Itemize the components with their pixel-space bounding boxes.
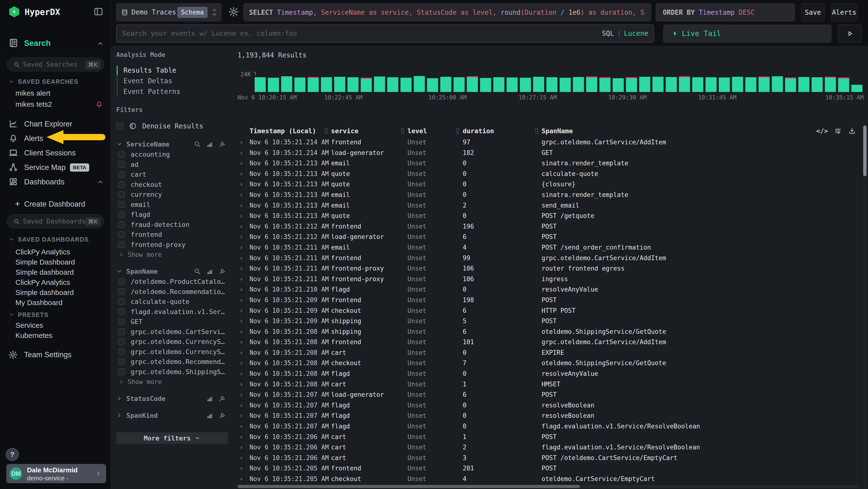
saved-searches-input[interactable]: Saved Searches ⌘K (7, 57, 104, 71)
checkbox[interactable] (118, 318, 125, 325)
table-row[interactable]: ›Nov 6 10:35:21.209 AMshippingUnset5POST (238, 316, 868, 326)
checkbox[interactable] (118, 241, 125, 248)
filter-option-grpc-oteldemo-recommend-[interactable]: grpc.oteldemo.Recommend… (116, 357, 228, 367)
table-row[interactable]: ›Nov 6 10:35:21.211 AMfrontend-proxyUnse… (238, 274, 868, 285)
table-row[interactable]: ›Nov 6 10:35:21.211 AMemailUnset4POST /s… (238, 242, 868, 253)
saved-search-item[interactable]: mikes tets2 (16, 99, 105, 109)
column-header-timestamp[interactable]: Timestamp (Local) (250, 125, 331, 137)
histogram-bar[interactable] (613, 78, 624, 92)
histogram-bar[interactable] (294, 78, 306, 92)
checkbox[interactable] (118, 151, 125, 158)
show-more-button[interactable]: Show more (116, 377, 228, 387)
checkbox[interactable] (118, 338, 125, 345)
saved-dashboard-item[interactable]: ClickPy Analytics (16, 278, 70, 287)
filter-option--oteldemo-productcatalo-[interactable]: /oteldemo.ProductCatalo… (116, 277, 228, 287)
table-row[interactable]: ›Nov 6 10:35:21.208 AMfrontendUnset101gr… (238, 337, 868, 348)
histogram-bar[interactable] (626, 77, 637, 92)
histogram-bar[interactable] (268, 78, 279, 92)
table-row[interactable]: ›Nov 6 10:35:21.214 AMload-generatorUnse… (238, 148, 868, 158)
filter-option-grpc-oteldemo-currencys-[interactable]: grpc.oteldemo.CurrencyS… (116, 347, 228, 357)
checkbox[interactable] (118, 161, 125, 168)
checkbox[interactable] (118, 368, 125, 375)
schema-badge[interactable]: Schema (177, 7, 208, 18)
histogram-bar[interactable] (440, 77, 452, 92)
vertical-scrollbar-thumb[interactable] (863, 125, 867, 176)
histogram-bar[interactable] (361, 78, 372, 92)
table-row[interactable]: ›Nov 6 10:35:21.211 AMfrontend-proxyUnse… (238, 263, 868, 274)
horizontal-scrollbar-thumb[interactable] (238, 485, 580, 488)
column-header-service[interactable]: service (331, 125, 407, 137)
drag-handle-icon[interactable] (535, 128, 536, 130)
filter-option-grpc-oteldemo-cartservi-[interactable]: grpc.oteldemo.CartServi… (116, 327, 228, 337)
filter-option-accounting[interactable]: accounting (116, 149, 228, 160)
histogram-bar[interactable] (732, 77, 743, 92)
saved-dashboard-item[interactable]: Simple Dashboard (16, 257, 75, 267)
search-icon[interactable] (194, 268, 201, 275)
saved-search-item[interactable]: mikes alert (16, 88, 51, 98)
table-row[interactable]: ›Nov 6 10:35:21.213 AMemailUnset0sinatra… (238, 190, 868, 200)
create-dashboard-button[interactable]: + Create Dashboard (0, 198, 111, 210)
pin-icon[interactable] (219, 395, 226, 402)
table-row[interactable]: ›Nov 6 10:35:21.206 AMcartUnset3POST /ot… (238, 453, 868, 463)
saved-searches-group[interactable]: SAVED SEARCHES (9, 78, 79, 85)
bar-chart-icon[interactable] (206, 395, 213, 402)
table-row[interactable]: ›Nov 6 10:35:21.207 AMflagdUnset0flagd.e… (238, 421, 868, 432)
saved-dashboard-item[interactable]: Simple dashboard (16, 267, 74, 277)
table-row[interactable]: ›Nov 6 10:35:21.206 AMcartUnset1POST (238, 432, 868, 442)
table-row[interactable]: ›Nov 6 10:35:21.209 AMcheckoutUnset6HTTP… (238, 306, 868, 316)
table-row[interactable]: ›Nov 6 10:35:21.212 AMload-generatorUnse… (238, 232, 868, 242)
histogram-bar[interactable] (427, 78, 438, 92)
column-header-duration[interactable]: duration (463, 125, 541, 137)
table-row[interactable]: ›Nov 6 10:35:21.214 AMfrontendUnset97grp… (238, 137, 868, 148)
checkbox[interactable] (118, 231, 125, 238)
histogram-bar[interactable] (573, 77, 584, 92)
checkbox[interactable] (116, 122, 123, 130)
user-menu[interactable]: DM Dale McDiarmid demo-service - (6, 464, 106, 483)
histogram-bar[interactable] (838, 78, 849, 92)
saved-dashboard-item[interactable]: My Dashboard (16, 298, 62, 308)
filter-group-spanname[interactable]: SpanName (116, 266, 228, 277)
filter-group-statuscode[interactable]: StatusCode (116, 393, 228, 404)
column-header-spanname[interactable]: SpanName (541, 125, 868, 137)
alerts-button[interactable]: Alerts (831, 3, 858, 21)
histogram-bar[interactable] (387, 77, 398, 92)
sidebar-item-client-sessions[interactable]: Client Sessions (0, 147, 111, 159)
histogram-bar[interactable] (506, 78, 518, 92)
sidebar-item-dashboards[interactable]: Dashboards (0, 176, 111, 188)
filter-option-frontend[interactable]: frontend (116, 230, 228, 240)
vertical-scrollbar-track[interactable] (863, 124, 867, 489)
checkbox[interactable] (118, 358, 125, 365)
pin-icon[interactable] (219, 412, 226, 419)
table-row[interactable]: ›Nov 6 10:35:21.206 AMcartUnset2flagd.ev… (238, 442, 868, 453)
histogram-bar[interactable] (812, 77, 823, 92)
table-row[interactable]: ›Nov 6 10:35:21.208 AMflagdUnset0resolve… (238, 369, 868, 379)
histogram-bar[interactable] (586, 77, 597, 92)
nav-search[interactable]: Search (0, 36, 111, 52)
filter-option-email[interactable]: email (116, 200, 228, 210)
lang-toggle-lucene[interactable]: Lucene (624, 29, 648, 37)
drag-handle-icon[interactable] (457, 128, 457, 130)
histogram-bar[interactable] (825, 77, 836, 92)
histogram-bar[interactable] (785, 78, 796, 92)
presets-group[interactable]: PRESETS (9, 311, 49, 319)
saved-dashboard-item[interactable]: Simple dashboard (16, 288, 74, 297)
filter-option-ad[interactable]: ad (116, 160, 228, 170)
histogram-bar[interactable] (652, 77, 663, 92)
bar-chart-icon[interactable] (206, 268, 213, 275)
histogram-bar[interactable] (666, 77, 677, 92)
histogram-bar[interactable] (692, 77, 703, 92)
histogram-bar[interactable] (772, 76, 783, 92)
pin-icon[interactable] (219, 268, 226, 275)
bar-chart-icon[interactable] (206, 141, 213, 148)
histogram-bar[interactable] (745, 77, 756, 92)
table-row[interactable]: ›Nov 6 10:35:21.208 AMshippingUnset6otel… (238, 326, 868, 337)
histogram-bar[interactable] (308, 77, 319, 92)
filter-group-spankind[interactable]: SpanKind (116, 410, 228, 421)
table-row[interactable]: ›Nov 6 10:35:21.213 AMemailUnset2send_em… (238, 200, 868, 211)
order-by-input[interactable]: ORDER BY Timestamp DESC (656, 3, 795, 21)
save-button[interactable]: Save (801, 3, 825, 21)
histogram-bar[interactable] (493, 77, 504, 92)
sidebar-item-service-map[interactable]: Service Map BETA (0, 162, 111, 173)
table-row[interactable]: ›Nov 6 10:35:21.207 AMflagdUnset0resolve… (238, 400, 868, 411)
preset-item[interactable]: Kubernetes (16, 331, 52, 340)
